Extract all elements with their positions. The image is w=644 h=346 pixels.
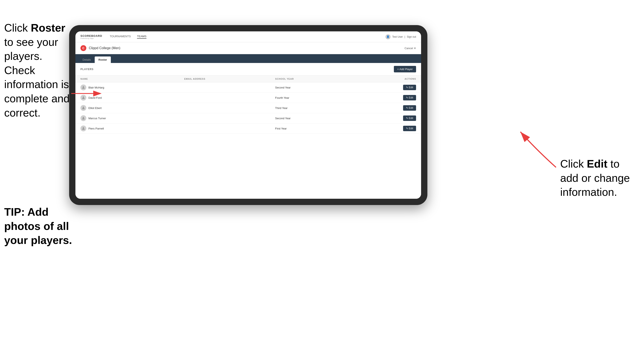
team-logo: C [80, 45, 86, 51]
player-actions-0: ✎ Edit [354, 82, 421, 93]
player-year-3: Second Year [270, 113, 354, 123]
players-header: PLAYERS + Add Player [76, 63, 421, 76]
nav-signout[interactable]: Sign out [407, 35, 416, 38]
annotation-right-bold: Edit [587, 158, 607, 170]
annotation-right-text: Click Edit to add or change information. [560, 158, 630, 198]
svg-point-5 [83, 107, 84, 108]
svg-point-3 [83, 86, 84, 87]
edit-button-2[interactable]: ✎ Edit [403, 105, 416, 111]
col-school-year: SCHOOL YEAR [270, 76, 354, 82]
main-content: PLAYERS + Add Player NAME EMAIL ADDRESS … [76, 63, 421, 199]
players-title: PLAYERS [80, 68, 94, 71]
nav-link-teams[interactable]: TEAMS [137, 35, 146, 39]
tab-details[interactable]: Details [79, 56, 95, 63]
edit-button-0[interactable]: ✎ Edit [403, 85, 416, 90]
table-row: Elliot Ebert Third Year ✎ Edit [76, 103, 421, 113]
tablet-frame: SCOREBOARD Powered by clippi TOURNAMENTS… [69, 25, 428, 205]
annotation-tip: TIP: Add photos of all your players. [4, 205, 80, 247]
nav-logo-sub: Powered by clippi [80, 37, 102, 39]
player-name-cell-3: Marcus Turner [76, 113, 179, 123]
player-actions-4: ✎ Edit [354, 123, 421, 134]
svg-point-7 [83, 127, 84, 129]
player-year-4: First Year [270, 123, 354, 134]
svg-point-6 [83, 117, 84, 118]
player-name-cell-2: Elliot Ebert [76, 103, 179, 113]
annotation-tip-text: TIP: Add photos of all your players. [4, 206, 72, 246]
player-year-1: Fourth Year [270, 93, 354, 103]
tablet-screen: SCOREBOARD Powered by clippi TOURNAMENTS… [76, 31, 421, 199]
nav-links: TOURNAMENTS TEAMS [110, 35, 146, 39]
player-email-1 [179, 93, 270, 103]
nav-divider: | [404, 35, 405, 38]
roster-table-body: Blair McHarg Second Year ✎ Edit David Fo… [76, 82, 421, 134]
player-email-0 [179, 82, 270, 93]
player-email-3 [179, 113, 270, 123]
col-name: NAME [76, 76, 179, 82]
table-row: Marcus Turner Second Year ✎ Edit [76, 113, 421, 123]
right-arrow [514, 128, 560, 170]
annotation-left: Click Roster to see your players. Check … [4, 21, 71, 120]
table-header: NAME EMAIL ADDRESS SCHOOL YEAR ACTIONS [76, 76, 421, 82]
team-header: C Clippd College (Men) Cancel ✕ [76, 42, 421, 54]
edit-button-1[interactable]: ✎ Edit [403, 95, 416, 100]
nav-logo: SCOREBOARD Powered by clippi [80, 34, 102, 39]
top-nav: SCOREBOARD Powered by clippi TOURNAMENTS… [76, 31, 421, 42]
nav-user-label: Test User [392, 35, 403, 38]
edit-button-4[interactable]: ✎ Edit [403, 126, 416, 131]
player-avatar-2 [80, 105, 86, 111]
annotation-right: Click Edit to add or change information. [560, 157, 640, 199]
player-name-4: Piers Parnell [88, 127, 104, 130]
tab-bar: Details Roster [76, 54, 421, 63]
user-icon: 👤 [386, 34, 390, 39]
player-year-0: Second Year [270, 82, 354, 93]
left-arrow [71, 88, 96, 100]
nav-right: 👤 Test User | Sign out [386, 34, 416, 39]
roster-table: NAME EMAIL ADDRESS SCHOOL YEAR ACTIONS B [76, 76, 421, 134]
player-email-2 [179, 103, 270, 113]
col-actions: ACTIONS [354, 76, 421, 82]
player-name-3: Marcus Turner [88, 117, 106, 120]
annotation-left-text: Click Roster to see your players. Check … [4, 22, 70, 119]
col-email: EMAIL ADDRESS [179, 76, 270, 82]
team-name: Clippd College (Men) [89, 46, 120, 50]
player-email-4 [179, 123, 270, 134]
player-name-2: Elliot Ebert [88, 107, 102, 110]
player-avatar-4 [80, 126, 86, 131]
table-row: David Ford Fourth Year ✎ Edit [76, 93, 421, 103]
player-name-cell-4: Piers Parnell [76, 123, 179, 134]
edit-button-3[interactable]: ✎ Edit [403, 116, 416, 121]
annotation-left-bold: Roster [31, 22, 65, 34]
tab-roster[interactable]: Roster [95, 56, 111, 63]
player-actions-1: ✎ Edit [354, 93, 421, 103]
player-actions-2: ✎ Edit [354, 103, 421, 113]
table-row: Piers Parnell First Year ✎ Edit [76, 123, 421, 134]
nav-link-tournaments[interactable]: TOURNAMENTS [110, 35, 131, 39]
player-avatar-3 [80, 115, 86, 121]
team-cancel-button[interactable]: Cancel ✕ [404, 47, 416, 50]
player-actions-3: ✎ Edit [354, 113, 421, 123]
player-year-2: Third Year [270, 103, 354, 113]
add-player-button[interactable]: + Add Player [394, 66, 416, 72]
table-row: Blair McHarg Second Year ✎ Edit [76, 82, 421, 93]
